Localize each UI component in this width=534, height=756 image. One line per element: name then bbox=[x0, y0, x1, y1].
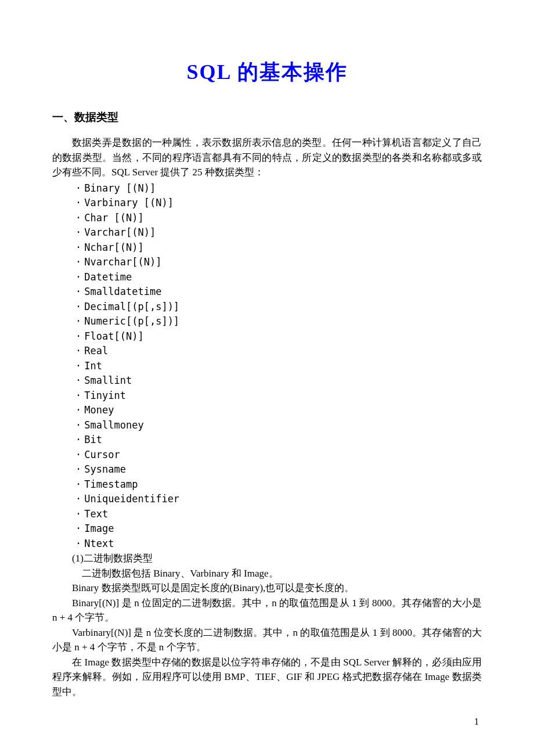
list-item: Smallmoney bbox=[75, 418, 482, 433]
list-item: Timestamp bbox=[75, 477, 482, 492]
list-item: Real bbox=[75, 344, 482, 359]
list-item: Float[(N)] bbox=[75, 329, 482, 344]
list-item: Image bbox=[75, 521, 482, 537]
list-item: Ntext bbox=[75, 537, 482, 552]
list-item: Decimal[(p[,s])] bbox=[75, 300, 482, 315]
list-item: Uniqueidentifier bbox=[75, 492, 482, 507]
list-item: Text bbox=[75, 507, 482, 522]
subsection-intro: 二进制数据包括 Binary、Varbinary 和 Image。 bbox=[82, 566, 482, 581]
list-item: Numeric[(p[,s])] bbox=[75, 314, 482, 329]
intro-paragraph: 数据类弄是数据的一种属性，表示数据所表示信息的类型。任何一种计算机语言都定义了自… bbox=[52, 135, 482, 180]
list-item: Bit bbox=[75, 433, 482, 448]
list-item: Binary [(N)] bbox=[75, 181, 482, 196]
list-item: Datetime bbox=[75, 270, 482, 285]
varbinary-paragraph: Varbinary[(N)] 是 n 位变长度的二进制数据。其中，n 的取值范围… bbox=[52, 625, 482, 655]
page-number: 1 bbox=[474, 717, 479, 727]
list-item: Smallint bbox=[75, 373, 482, 388]
list-item: Nvarchar[(N)] bbox=[75, 255, 482, 270]
binary-paragraph-2: Binary[(N)] 是 n 位固定的二进制数据。其中，n 的取值范围是从 1… bbox=[52, 596, 482, 625]
list-item: Varbinary [(N)] bbox=[75, 196, 482, 211]
list-item: Sysname bbox=[75, 462, 482, 477]
subsection-heading: (1)二进制数据类型 bbox=[72, 551, 482, 566]
list-item: Int bbox=[75, 359, 482, 374]
document-title: SQL 的基本操作 bbox=[52, 58, 482, 87]
section-heading: 一、数据类型 bbox=[52, 110, 482, 125]
list-item: Char [(N)] bbox=[75, 211, 482, 226]
list-item: Varchar[(N)] bbox=[75, 225, 482, 240]
binary-paragraph-1: Binary 数据类型既可以是固定长度的(Binary),也可以是变长度的。 bbox=[52, 581, 482, 596]
list-item: Cursor bbox=[75, 448, 482, 463]
list-item: Nchar[(N)] bbox=[75, 240, 482, 255]
list-item: Smalldatetime bbox=[75, 285, 482, 300]
data-type-list: Binary [(N)] Varbinary [(N)] Char [(N)] … bbox=[75, 181, 482, 552]
image-paragraph: 在 Image 数据类型中存储的数据是以位字符串存储的，不是由 SQL Serv… bbox=[52, 655, 482, 700]
list-item: Money bbox=[75, 403, 482, 418]
list-item: Tinyint bbox=[75, 388, 482, 404]
